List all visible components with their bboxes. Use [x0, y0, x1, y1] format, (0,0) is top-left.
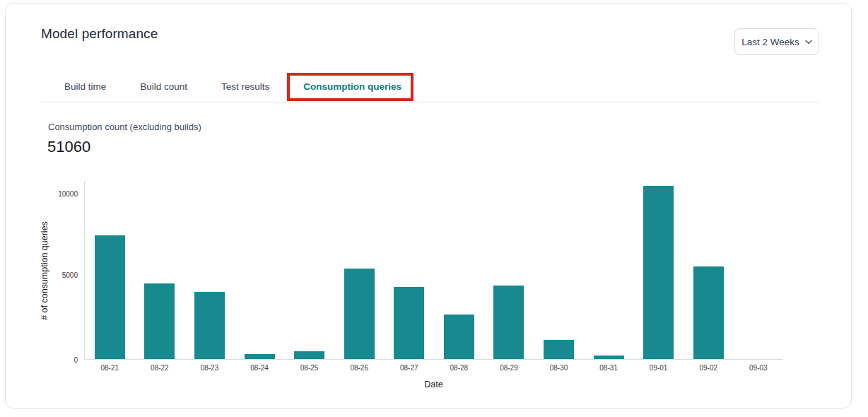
bar-chart-plot-area: 08-2108-2208-2308-2408-2508-2608-2708-28… [84, 181, 783, 360]
x-tick-label: 08-23 [184, 364, 235, 372]
page-title: Model performance [41, 26, 158, 42]
date-range-value: Last 2 Weeks [741, 37, 799, 47]
x-tick-label: 08-21 [85, 364, 135, 372]
x-tick-label: 08-28 [434, 364, 484, 372]
stat-label: Consumption count (excluding builds) [48, 122, 201, 132]
x-tick-label: 08-25 [284, 364, 334, 372]
chevron-down-icon [805, 40, 812, 45]
y-axis-title: # of consumption queries [40, 221, 49, 320]
bar-09-02[interactable] [693, 266, 724, 359]
x-tick-label: 09-02 [684, 364, 734, 372]
date-range-dropdown[interactable]: Last 2 Weeks [734, 28, 819, 55]
bar-slot: 08-24 [235, 181, 285, 359]
bar-08-29[interactable] [493, 286, 524, 359]
bar-slot: 08-30 [534, 181, 584, 359]
x-tick-label: 08-30 [534, 364, 584, 372]
bar-slot: 09-03 [734, 181, 784, 359]
stat-value: 51060 [47, 138, 90, 156]
x-tick-label: 08-29 [484, 364, 534, 372]
tab-bar: Build time Build count Test results Cons… [64, 78, 401, 102]
tab-build-time[interactable]: Build time [64, 78, 106, 102]
bar-slot: 08-22 [135, 181, 185, 359]
x-tick-label: 08-24 [235, 364, 285, 372]
bar-slot: 09-02 [684, 181, 734, 359]
tab-build-count[interactable]: Build count [140, 78, 187, 102]
tab-test-results[interactable]: Test results [221, 78, 269, 102]
bar-08-22[interactable] [144, 283, 175, 359]
tabs-divider [41, 102, 819, 102]
bar-08-30[interactable] [544, 340, 574, 359]
bar-08-23[interactable] [194, 292, 225, 359]
bar-slot: 09-01 [633, 181, 684, 359]
bar-09-01[interactable] [643, 186, 674, 359]
bar-slot: 08-29 [484, 181, 534, 359]
x-tick-label: 09-01 [633, 364, 684, 372]
bar-slot: 08-25 [284, 181, 334, 359]
x-axis-title: Date [84, 380, 783, 389]
y-tick-0: 0 [74, 356, 78, 364]
x-tick-label: 08-22 [135, 364, 185, 372]
bar-08-25[interactable] [294, 351, 324, 359]
tab-consumption-queries[interactable]: Consumption queries [303, 78, 401, 102]
bar-08-27[interactable] [394, 287, 424, 359]
bar-08-24[interactable] [245, 354, 275, 359]
x-tick-label: 09-03 [734, 364, 784, 372]
bar-slot: 08-28 [434, 181, 484, 359]
model-performance-card: Model performance Last 2 Weeks Build tim… [5, 3, 852, 409]
bar-slot: 08-23 [184, 181, 235, 359]
bar-slot: 08-21 [85, 181, 135, 359]
bar-slot: 08-31 [584, 181, 634, 359]
bar-08-26[interactable] [344, 269, 375, 359]
bar-slot: 08-27 [384, 181, 434, 359]
x-tick-label: 08-26 [334, 364, 385, 372]
x-tick-label: 08-27 [384, 364, 434, 372]
bar-08-31[interactable] [594, 356, 624, 359]
x-tick-label: 08-31 [584, 364, 634, 372]
bar-slot: 08-26 [334, 181, 385, 359]
y-tick-5000: 5000 [62, 271, 78, 279]
bar-08-28[interactable] [444, 315, 474, 359]
bar-08-21[interactable] [95, 235, 125, 359]
y-tick-10000: 10000 [58, 190, 78, 198]
